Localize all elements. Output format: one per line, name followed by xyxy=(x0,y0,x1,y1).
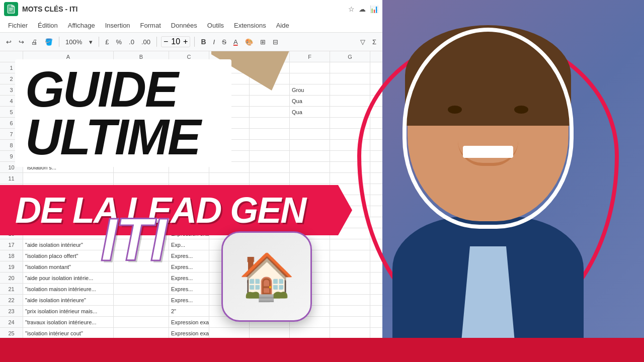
grid-cell[interactable] xyxy=(23,206,114,217)
grid-cell[interactable] xyxy=(290,118,330,128)
grid-cell[interactable] xyxy=(209,239,250,250)
grid-cell[interactable] xyxy=(290,306,330,316)
grid-cell[interactable]: Expres... xyxy=(169,250,209,261)
grid-cell[interactable] xyxy=(330,295,370,305)
grid-cell[interactable] xyxy=(330,239,370,250)
grid-cell[interactable] xyxy=(330,306,370,316)
merge-button[interactable]: ⊟ xyxy=(271,37,280,47)
grid-cell[interactable] xyxy=(250,151,290,161)
zoom-dropdown-icon[interactable]: ▾ xyxy=(87,37,95,47)
currency-button[interactable]: £ xyxy=(103,37,111,47)
grid-cell[interactable] xyxy=(169,118,209,128)
grid-cell[interactable] xyxy=(209,217,250,228)
grid-cell[interactable] xyxy=(330,284,370,294)
grid-cell[interactable] xyxy=(169,129,209,139)
menu-affichage[interactable]: Affichage xyxy=(64,21,99,30)
grid-cell[interactable] xyxy=(250,96,290,106)
grid-cell[interactable] xyxy=(250,250,290,261)
grid-cell[interactable] xyxy=(114,118,169,128)
grid-cell[interactable] xyxy=(114,184,169,195)
grid-cell[interactable] xyxy=(290,162,330,172)
grid-cell[interactable] xyxy=(250,295,290,305)
menu-outils[interactable]: Outils xyxy=(203,21,228,30)
grid-cell[interactable] xyxy=(330,96,370,106)
grid-cell[interactable] xyxy=(114,173,169,184)
grid-cell[interactable]: Qua xyxy=(290,195,330,206)
strikethrough-button[interactable]: S xyxy=(220,37,228,47)
grid-cell[interactable] xyxy=(330,317,370,327)
col-c-header[interactable]: C xyxy=(169,51,209,62)
grid-cell[interactable] xyxy=(290,73,330,84)
grid-cell[interactable]: Expression exacte xyxy=(169,317,209,327)
grid-cell[interactable] xyxy=(250,173,290,184)
grid-cell[interactable] xyxy=(23,173,114,184)
grid-cell[interactable] xyxy=(114,129,169,139)
grid-cell[interactable] xyxy=(114,317,169,327)
grid-cell[interactable]: Qua xyxy=(290,228,330,239)
menu-format[interactable]: Format xyxy=(136,21,165,30)
grid-cell[interactable] xyxy=(169,84,209,95)
grid-cell[interactable] xyxy=(209,162,250,172)
grid-cell[interactable] xyxy=(169,151,209,161)
font-plus-button[interactable]: + xyxy=(183,37,188,46)
grid-cell[interactable] xyxy=(290,129,330,139)
grid-cell[interactable] xyxy=(114,228,169,239)
grid-cell[interactable]: Qua xyxy=(290,96,330,106)
grid-cell[interactable] xyxy=(169,184,209,195)
grid-cell[interactable]: Mot clé xyxy=(23,84,114,95)
grid-cell[interactable]: Qua xyxy=(290,107,330,117)
col-b-header[interactable]: B xyxy=(114,51,169,62)
grid-cell[interactable]: "aide isolation intérieure" xyxy=(23,295,114,305)
grid-cell[interactable] xyxy=(114,84,169,95)
grid-cell[interactable] xyxy=(169,195,209,206)
menu-fichier[interactable]: Fichier xyxy=(4,21,32,30)
grid-cell[interactable]: "isolation... xyxy=(23,107,114,117)
grid-cell[interactable] xyxy=(330,206,370,217)
grid-cell[interactable] xyxy=(114,62,169,73)
grid-cell[interactable] xyxy=(114,151,169,161)
grid-cell[interactable] xyxy=(250,284,290,294)
grid-cell[interactable] xyxy=(290,151,330,161)
grid-cell[interactable] xyxy=(114,273,169,283)
fill-color-button[interactable]: 🎨 xyxy=(243,37,255,47)
grid-cell[interactable] xyxy=(209,96,250,106)
grid-cell[interactable] xyxy=(290,328,330,338)
grid-cell[interactable] xyxy=(114,73,169,84)
grid-cell[interactable] xyxy=(114,217,169,228)
percent-button[interactable]: % xyxy=(114,37,124,47)
redo-button[interactable]: ↪ xyxy=(17,37,26,47)
grid-cell[interactable] xyxy=(114,328,169,338)
grid-cell[interactable] xyxy=(250,273,290,283)
grid-cell[interactable] xyxy=(209,228,250,239)
grid-cell[interactable] xyxy=(23,73,114,84)
grid-cell[interactable]: "prix isolation intérieur mais... xyxy=(23,306,114,316)
font-color-button[interactable]: A xyxy=(231,37,240,47)
grid-cell[interactable] xyxy=(250,107,290,117)
grid-cell[interactable] xyxy=(209,195,250,206)
grid-cell[interactable] xyxy=(114,295,169,305)
grid-cell[interactable]: "isolation intérieur cout" xyxy=(23,328,114,338)
grid-cell[interactable] xyxy=(290,140,330,150)
grid-cell[interactable] xyxy=(209,250,250,261)
grid-cell[interactable] xyxy=(114,140,169,150)
grid-cell[interactable] xyxy=(250,328,290,338)
star-icon[interactable]: ☆ xyxy=(348,5,355,13)
bold-button[interactable]: B xyxy=(199,37,208,47)
grid-cell[interactable] xyxy=(290,250,330,261)
grid-cell[interactable]: Exp... xyxy=(169,239,209,250)
sum-icon[interactable]: Σ xyxy=(370,37,378,47)
grid-cell[interactable] xyxy=(209,118,250,128)
grid-cell[interactable] xyxy=(169,140,209,150)
grid-cell[interactable] xyxy=(114,206,169,217)
grid-cell[interactable] xyxy=(209,206,250,217)
grid-cell[interactable] xyxy=(330,62,370,73)
grid-cell[interactable] xyxy=(209,84,250,95)
grid-cell[interactable]: Qua xyxy=(290,184,330,195)
grid-cell[interactable]: "aide pour isolation intérie... xyxy=(23,273,114,283)
grid-cell[interactable] xyxy=(23,184,114,195)
grid-cell[interactable] xyxy=(330,73,370,84)
grid-cell[interactable] xyxy=(209,73,250,84)
grid-cell[interactable] xyxy=(169,96,209,106)
grid-cell[interactable] xyxy=(209,107,250,117)
grid-cell[interactable]: "isolation s... xyxy=(23,162,114,172)
